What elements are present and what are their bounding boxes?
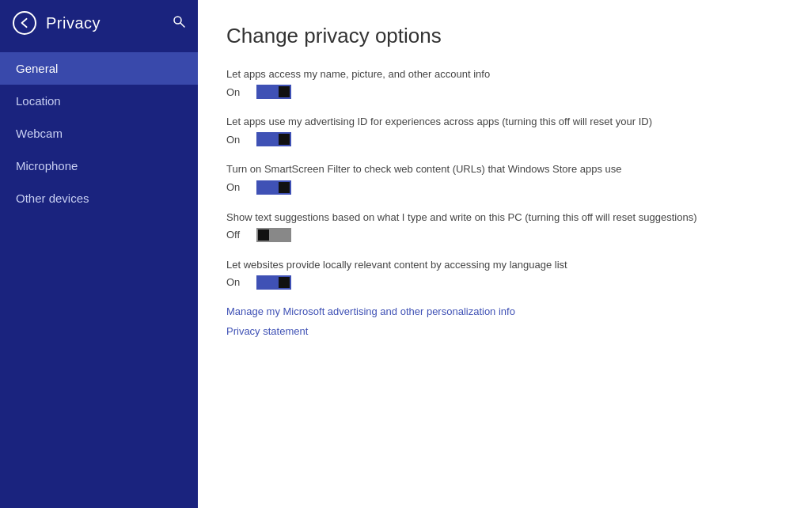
link-section: Manage my Microsoft advertising and othe… (226, 305, 784, 337)
toggle-track-text-suggestions (256, 228, 291, 242)
toggle-thumb-smartscreen (279, 182, 290, 193)
setting-description-text-suggestions: Show text suggestions based on what I ty… (226, 210, 765, 225)
setting-control-advertising-id: On (226, 132, 784, 146)
main-content: Change privacy options Let apps access m… (198, 0, 812, 508)
setting-description-advertising-id: Let apps use my advertising ID for exper… (226, 115, 765, 129)
search-icon[interactable] (173, 15, 185, 31)
setting-state-language-list: On (226, 276, 249, 288)
setting-row-advertising-id: Let apps use my advertising ID for exper… (226, 115, 784, 146)
sidebar-nav: GeneralLocationWebcamMicrophoneOther dev… (0, 52, 198, 214)
setting-state-smartscreen: On (226, 181, 249, 193)
sidebar-item-location[interactable]: Location (0, 85, 198, 117)
back-button[interactable] (13, 11, 36, 35)
setting-description-account-info: Let apps access my name, picture, and ot… (226, 67, 765, 82)
sidebar-header: Privacy (0, 0, 198, 46)
setting-control-text-suggestions: Off (226, 228, 784, 242)
toggle-track-smartscreen (256, 180, 291, 195)
sidebar-item-general[interactable]: General (0, 52, 198, 85)
setting-description-smartscreen: Turn on SmartScreen Filter to check web … (226, 162, 765, 176)
setting-description-language-list: Let websites provide locally relevant co… (226, 258, 765, 272)
setting-control-account-info: On (226, 85, 784, 99)
link-manage-advertising[interactable]: Manage my Microsoft advertising and othe… (226, 305, 784, 317)
toggle-language-list[interactable] (256, 275, 291, 290)
setting-state-account-info: On (226, 86, 249, 98)
toggle-thumb-text-suggestions (258, 229, 269, 241)
sidebar: Privacy GeneralLocationWebcamMicrophoneO… (0, 0, 198, 508)
toggle-text-suggestions[interactable] (256, 228, 291, 242)
settings-list: Let apps access my name, picture, and ot… (226, 67, 784, 290)
page-title: Change privacy options (226, 24, 784, 48)
toggle-track-language-list (256, 275, 291, 290)
toggle-account-info[interactable] (256, 85, 291, 99)
toggle-thumb-advertising-id (279, 134, 290, 145)
setting-row-account-info: Let apps access my name, picture, and ot… (226, 67, 784, 99)
setting-state-advertising-id: On (226, 134, 249, 146)
setting-state-text-suggestions: Off (226, 229, 249, 241)
setting-row-smartscreen: Turn on SmartScreen Filter to check web … (226, 162, 784, 194)
toggle-track-advertising-id (256, 132, 291, 146)
setting-row-text-suggestions: Show text suggestions based on what I ty… (226, 210, 784, 242)
sidebar-title: Privacy (46, 14, 101, 32)
toggle-advertising-id[interactable] (256, 132, 291, 146)
sidebar-item-webcam[interactable]: Webcam (0, 117, 198, 150)
setting-control-language-list: On (226, 275, 784, 290)
toggle-thumb-account-info (279, 86, 290, 97)
link-privacy-statement[interactable]: Privacy statement (226, 325, 784, 337)
toggle-smartscreen[interactable] (256, 180, 291, 195)
setting-control-smartscreen: On (226, 180, 784, 195)
toggle-track-account-info (256, 85, 291, 99)
setting-row-language-list: Let websites provide locally relevant co… (226, 258, 784, 290)
toggle-thumb-language-list (279, 277, 290, 288)
svg-line-1 (180, 23, 184, 27)
sidebar-item-other-devices[interactable]: Other devices (0, 182, 198, 214)
sidebar-item-microphone[interactable]: Microphone (0, 150, 198, 182)
